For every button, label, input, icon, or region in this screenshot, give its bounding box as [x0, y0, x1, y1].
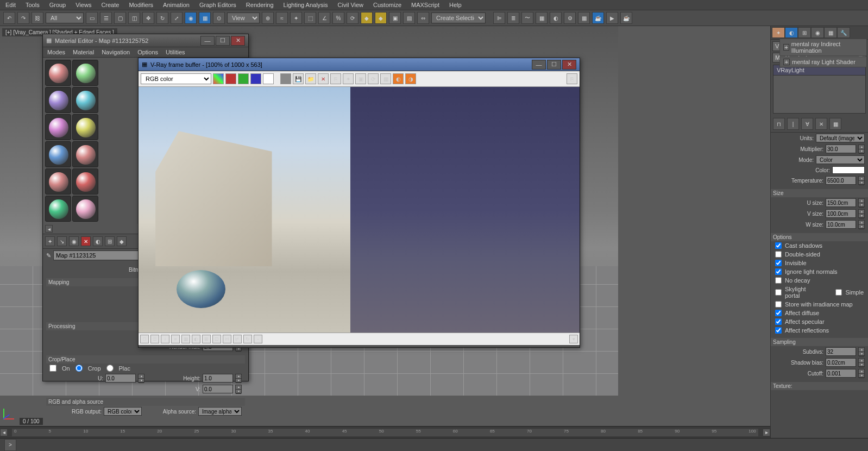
- region-icon[interactable]: ▣: [355, 73, 366, 84]
- ref-coord[interactable]: View: [227, 12, 260, 23]
- on-check[interactable]: [49, 365, 56, 372]
- material-slot[interactable]: [45, 196, 71, 222]
- red-channel-icon[interactable]: [225, 73, 236, 84]
- link-icon[interactable]: ⛓: [32, 12, 43, 24]
- material-slot[interactable]: [45, 114, 71, 140]
- sampling-rollout[interactable]: Sampling: [771, 338, 868, 346]
- eyedrop-icon[interactable]: ✎: [46, 252, 51, 259]
- multiplier-field[interactable]: [826, 145, 856, 153]
- option-check[interactable]: Store with irradiance map: [771, 300, 868, 309]
- selection-filter[interactable]: All: [46, 12, 84, 23]
- wsize[interactable]: [826, 220, 856, 229]
- delete-icon[interactable]: ✕: [81, 236, 91, 246]
- vfb-bottom-btn[interactable]: ⊞: [202, 335, 211, 343]
- timeline[interactable]: ◂ 05101520253035404550556065707580859095…: [0, 426, 770, 438]
- material-slot[interactable]: [45, 141, 71, 167]
- option-check[interactable]: Affect specular: [771, 317, 868, 326]
- material-slot[interactable]: [72, 87, 98, 113]
- scale-icon[interactable]: ⤢: [171, 12, 183, 24]
- option-check[interactable]: Invisible: [771, 259, 868, 267]
- curve-ed-icon[interactable]: 〜: [521, 12, 533, 24]
- checkbox[interactable]: [775, 301, 782, 308]
- cc-icon[interactable]: ◐: [393, 73, 404, 84]
- option-check[interactable]: Cast shadows: [771, 241, 868, 250]
- spinner-snap-icon[interactable]: ⟳: [347, 12, 358, 24]
- named-sel2-icon[interactable]: ▤: [403, 12, 415, 24]
- close-button[interactable]: ✕: [562, 60, 576, 70]
- usize[interactable]: [826, 198, 856, 207]
- menu-graph-editors[interactable]: Graph Editors: [199, 2, 236, 8]
- options-rollout[interactable]: Options: [771, 233, 868, 241]
- matmenu-material[interactable]: Material: [73, 49, 94, 55]
- undo-icon[interactable]: ↶: [3, 12, 15, 24]
- mode-select[interactable]: Color: [816, 155, 865, 164]
- vfb-bottom-btn[interactable]: H: [223, 335, 231, 343]
- h-field[interactable]: [203, 374, 233, 383]
- teapot-icon[interactable]: ☕: [620, 12, 632, 24]
- matmenu-navigation[interactable]: Navigation: [102, 49, 130, 55]
- menu-edit[interactable]: Edit: [5, 2, 16, 8]
- rfw-icon[interactable]: ▦: [578, 12, 590, 24]
- display-tab-icon[interactable]: ▦: [824, 27, 837, 38]
- move-icon[interactable]: ✥: [142, 12, 154, 24]
- render-icon[interactable]: ▶: [606, 12, 618, 24]
- extra-rollout-item[interactable]: +mental ray Indirect Illumination: [779, 39, 867, 56]
- time-right-icon[interactable]: ▸: [763, 429, 770, 436]
- checkbox[interactable]: [775, 277, 782, 284]
- copy-icon[interactable]: ⎘: [330, 73, 341, 84]
- rgb-icon[interactable]: [213, 73, 224, 84]
- option-check[interactable]: No decay: [771, 276, 868, 285]
- mat-menu[interactable]: ModesMaterialNavigationOptionsUtilities: [43, 47, 248, 58]
- create-tab-icon[interactable]: ✦: [772, 27, 785, 38]
- rgb-rollout[interactable]: RGB and alpha source: [46, 398, 245, 406]
- menu-tools[interactable]: Tools: [26, 2, 40, 8]
- rect-select-icon[interactable]: ▢: [114, 12, 126, 24]
- show-end-icon[interactable]: |: [787, 118, 799, 130]
- e1-icon[interactable]: ◆: [361, 12, 373, 24]
- menu-lighting-analysis[interactable]: Lighting Analysis: [284, 2, 328, 8]
- maximize-button[interactable]: ☐: [547, 60, 561, 70]
- units-select[interactable]: Default (image): [816, 134, 865, 142]
- save-icon[interactable]: 💾: [293, 73, 304, 84]
- render-prod-icon[interactable]: ☕: [592, 12, 604, 24]
- checkbox[interactable]: [775, 318, 782, 325]
- render-setup-icon[interactable]: ⚙: [564, 12, 576, 24]
- matmenu-utilities[interactable]: Utilities: [166, 49, 185, 55]
- snap-icon[interactable]: ⊙: [213, 12, 225, 24]
- maximize-button[interactable]: ☐: [216, 36, 230, 46]
- alpha-source[interactable]: Image alpha: [198, 407, 242, 416]
- option-check[interactable]: Skylight portalSimple: [771, 285, 868, 300]
- make-icon[interactable]: ◆: [117, 236, 127, 246]
- history-icon[interactable]: ⟳: [368, 73, 379, 84]
- angle-snap-icon[interactable]: ∠: [318, 12, 330, 24]
- clear-icon[interactable]: ✕: [318, 73, 329, 84]
- redo-icon[interactable]: ↷: [17, 12, 29, 24]
- matmenu-modes[interactable]: Modes: [47, 49, 65, 55]
- mat-title-bar[interactable]: ▦ Material Editor - Map #1123125752 — ☐ …: [43, 34, 248, 47]
- unique-icon[interactable]: ∀: [801, 118, 813, 130]
- option-check[interactable]: Affect reflections: [771, 326, 868, 335]
- material-slot[interactable]: [72, 60, 98, 86]
- vfb-bottom-btn[interactable]: i: [161, 335, 169, 343]
- menu-modifiers[interactable]: Modifiers: [129, 2, 153, 8]
- vfb-bottom-btn[interactable]: ⊡: [212, 335, 221, 343]
- align-icon[interactable]: ⊫: [493, 12, 505, 24]
- pct-snap-icon[interactable]: %: [332, 12, 344, 24]
- menu-maxscript[interactable]: MAXScript: [411, 2, 439, 8]
- material-slots[interactable]: [43, 58, 127, 224]
- vfb-bottom-btn[interactable]: ▦: [181, 335, 190, 343]
- main-menu-bar[interactable]: EditToolsGroupViewsCreateModifiersAnimat…: [0, 0, 868, 10]
- mirror-icon[interactable]: ⇔: [417, 12, 429, 24]
- keymode-icon[interactable]: ▦: [199, 12, 211, 24]
- alpha-channel-icon[interactable]: [263, 73, 274, 84]
- render-view[interactable]: [139, 87, 580, 333]
- simple-check[interactable]: [835, 289, 842, 296]
- rotate-icon[interactable]: ↻: [156, 12, 168, 24]
- pixel-icon[interactable]: ▦: [380, 73, 391, 84]
- checkbox[interactable]: [775, 327, 782, 334]
- vfb-bottom-btn[interactable]: ☰: [150, 335, 159, 343]
- crop-rollout[interactable]: Crop/Place: [46, 355, 245, 364]
- material-slot[interactable]: [72, 114, 98, 140]
- select-icon[interactable]: ▭: [86, 12, 98, 24]
- time-left-icon[interactable]: ◂: [0, 429, 8, 436]
